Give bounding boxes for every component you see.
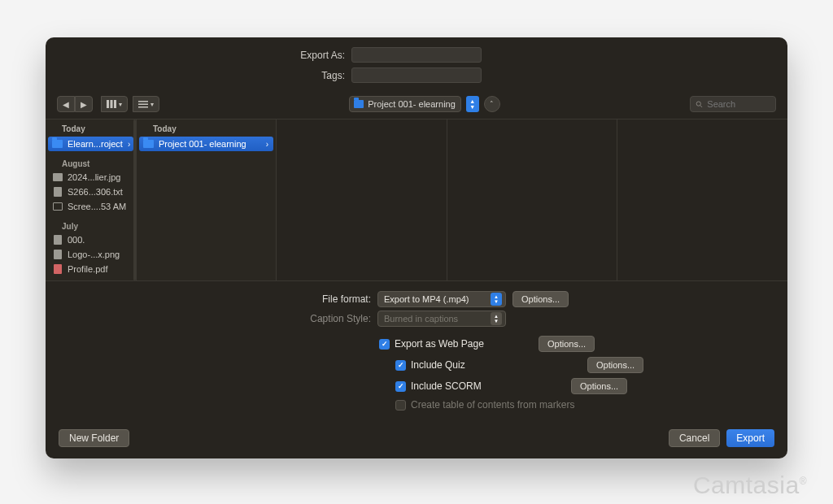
view-list-button[interactable]: ▾ (133, 96, 159, 112)
svg-point-6 (696, 102, 700, 106)
list-item-label: Elearn...roject (68, 139, 123, 149)
list-item[interactable]: Profile.pdf (46, 262, 136, 276)
search-field[interactable] (690, 96, 776, 112)
export-as-label: Export As: (68, 50, 345, 61)
list-item[interactable]: Scree....53 AM (46, 199, 136, 214)
svg-rect-3 (138, 101, 148, 102)
file-format-value: Export to MP4 (.mp4) (384, 294, 469, 304)
column-section-label: June (46, 276, 136, 280)
export-webpage-label: Export as Web Page (395, 338, 484, 350)
column-2[interactable] (277, 119, 447, 280)
column-3[interactable] (447, 119, 618, 280)
list-item[interactable]: Logo-...x.png (46, 247, 136, 262)
include-scorm-checkbox[interactable]: ✓ (395, 381, 406, 392)
collapse-button[interactable]: ˄ (484, 96, 500, 112)
caption-style-label: Caption Style: (46, 313, 371, 324)
list-item-label: Logo-...x.png (68, 250, 120, 259)
list-item-label: Profile.pdf (68, 264, 108, 274)
tags-input[interactable] (351, 67, 482, 83)
export-dialog: Export As: Tags: ◀ ▶ ▾ ▾ (46, 37, 787, 458)
list-item-label: S266...306.txt (68, 187, 123, 197)
list-item[interactable]: Project 001- elearning› (139, 137, 273, 151)
file-format-dropdown[interactable]: Export to MP4 (.mp4) ▲▼ (377, 291, 506, 307)
chevron-right-icon: › (266, 140, 268, 149)
list-item[interactable]: S266...306.txt (46, 185, 136, 199)
nav-back-button[interactable]: ◀ (57, 96, 75, 112)
list-item[interactable]: 000. (46, 232, 136, 247)
top-fields: Export As: Tags: (46, 37, 787, 93)
view-mode-group-1: ▾ (101, 96, 128, 112)
column-0[interactable]: TodayElearn...roject›August2024...lier.j… (46, 119, 137, 280)
new-folder-button[interactable]: New Folder (59, 429, 129, 447)
include-quiz-options-button[interactable]: Options... (587, 357, 643, 373)
folder-stepper[interactable]: ▲▼ (466, 96, 479, 112)
list-item[interactable]: Elearn...roject› (48, 137, 133, 151)
list-item-label: Scree....53 AM (68, 202, 126, 211)
create-toc-checkbox (395, 400, 406, 411)
svg-rect-0 (107, 100, 109, 108)
svg-rect-1 (111, 100, 113, 108)
tags-label: Tags: (68, 70, 345, 81)
empty-columns (277, 119, 787, 280)
view-mode-group-2: ▾ (133, 96, 159, 112)
image-icon (52, 172, 63, 182)
column-header: Today (137, 119, 276, 137)
window-icon (52, 202, 63, 211)
svg-rect-2 (114, 100, 116, 108)
folder-icon (143, 139, 154, 149)
column-1[interactable]: TodayProject 001- elearning› (137, 119, 277, 280)
chevron-right-icon: › (128, 140, 130, 149)
export-button[interactable]: Export (726, 429, 774, 447)
caption-style-value: Burned in captions (384, 314, 458, 324)
list-item-label: 2024...lier.jpg (68, 172, 120, 182)
list-item[interactable]: 2024...lier.jpg (46, 170, 136, 185)
search-input[interactable] (707, 99, 770, 109)
column-browser: TodayElearn...roject›August2024...lier.j… (46, 119, 787, 281)
svg-rect-4 (138, 104, 148, 106)
export-webpage-checkbox[interactable]: ✓ (379, 339, 390, 350)
path-selector: Project 001- elearning ▲▼ ˄ (349, 96, 500, 112)
dropdown-arrows-icon: ▲▼ (491, 293, 502, 306)
finder-toolbar: ◀ ▶ ▾ ▾ Project 001- elearning ▲▼ ˄ (46, 93, 787, 119)
current-folder-name: Project 001- elearning (368, 99, 456, 109)
include-quiz-checkbox[interactable]: ✓ (395, 360, 406, 371)
include-quiz-label: Include Quiz (411, 359, 465, 371)
dropdown-arrows-icon: ▲▼ (491, 312, 502, 325)
svg-line-7 (700, 105, 702, 106)
include-scorm-options-button[interactable]: Options... (571, 378, 627, 394)
folder-icon (354, 100, 364, 108)
column-section-label: July (46, 214, 136, 232)
file-format-options-button[interactable]: Options... (512, 291, 569, 307)
view-columns-button[interactable]: ▾ (101, 96, 128, 112)
pdf-icon (52, 264, 63, 274)
include-scorm-label: Include SCORM (411, 380, 482, 392)
list-item-label: 000. (68, 235, 85, 245)
camtasia-watermark: Camtasia® (693, 471, 807, 499)
file-icon (52, 187, 63, 197)
create-toc-label: Create table of contents from markers (411, 399, 574, 411)
folder-icon (52, 139, 63, 149)
nav-forward-button[interactable]: ▶ (75, 96, 93, 112)
file-format-label: File format: (46, 293, 371, 305)
search-icon (696, 100, 703, 109)
caption-style-dropdown: Burned in captions ▲▼ (377, 311, 506, 327)
file-icon (52, 235, 63, 245)
nav-back-forward: ◀ ▶ (57, 96, 93, 112)
list-item-label: Project 001- elearning (159, 139, 246, 149)
export-options: File format: Export to MP4 (.mp4) ▲▼ Opt… (46, 281, 787, 413)
column-4[interactable] (617, 119, 787, 280)
current-folder-dropdown[interactable]: Project 001- elearning (349, 96, 461, 112)
dialog-footer: New Folder Cancel Export (46, 419, 787, 458)
column-header: Today (46, 119, 136, 137)
cancel-button[interactable]: Cancel (669, 429, 720, 447)
export-webpage-options-button[interactable]: Options... (539, 336, 595, 352)
export-as-input[interactable] (351, 47, 482, 63)
svg-rect-5 (138, 106, 148, 108)
file-icon (52, 250, 63, 259)
column-section-label: August (46, 151, 136, 170)
